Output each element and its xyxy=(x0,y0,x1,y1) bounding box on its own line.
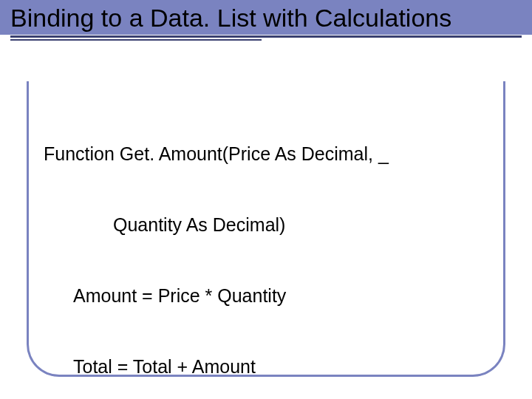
code-block: Function Get. Amount(Price As Decimal, _… xyxy=(44,95,488,399)
slide-header: Binding to a Data. List with Calculation… xyxy=(0,0,532,35)
title-underline-short xyxy=(10,39,262,41)
code-line: Amount = Price * Quantity xyxy=(44,284,488,307)
slide-title: Binding to a Data. List with Calculation… xyxy=(10,3,522,33)
code-line: Quantity As Decimal) xyxy=(44,213,488,236)
code-line: Function Get. Amount(Price As Decimal, _ xyxy=(44,142,488,166)
content-box: Function Get. Amount(Price As Decimal, _… xyxy=(27,81,505,377)
title-underline-long xyxy=(10,35,522,38)
code-line: Total = Total + Amount xyxy=(44,355,488,378)
